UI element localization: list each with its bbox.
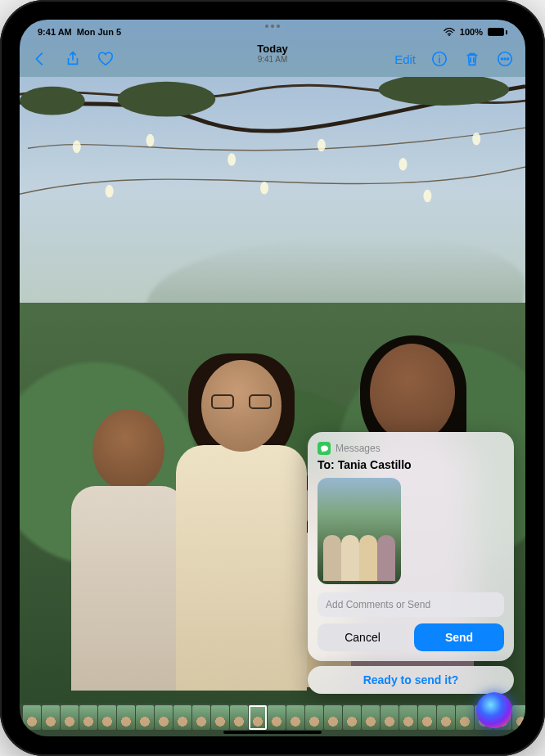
status-time: 9:41 AM	[38, 27, 72, 37]
thumbnail[interactable]	[305, 705, 323, 730]
thumbnail[interactable]	[173, 705, 191, 730]
nav-title: Today	[257, 43, 287, 55]
battery-percent: 100%	[460, 27, 483, 37]
siri-photo-preview	[318, 478, 401, 584]
thumbnail[interactable]	[437, 705, 455, 730]
thumbnail[interactable]	[136, 705, 154, 730]
svg-point-5	[507, 58, 509, 60]
thumbnail[interactable]	[418, 705, 436, 730]
siri-recipient-line: To: Tania Castillo	[318, 458, 504, 471]
share-button[interactable]	[64, 50, 82, 68]
ipad-frame: 9:41 AM Mon Jun 5 100%	[0, 0, 545, 756]
battery-icon	[488, 28, 507, 36]
edit-button[interactable]: Edit	[394, 52, 416, 66]
status-date: Mon Jun 5	[77, 27, 121, 37]
thumbnail[interactable]	[42, 705, 60, 730]
screen: 9:41 AM Mon Jun 5 100%	[20, 20, 525, 736]
delete-button[interactable]	[463, 50, 481, 68]
thumbnail[interactable]	[79, 705, 97, 730]
thumbnail[interactable]	[324, 705, 342, 730]
siri-confirm-text: Ready to send it?	[363, 673, 459, 686]
back-button[interactable]	[31, 50, 49, 68]
thumbnail[interactable]	[399, 705, 417, 730]
siri-comment-input[interactable]: Add Comments or Send	[318, 592, 504, 617]
thumbnail[interactable]	[23, 705, 41, 730]
thumbnail[interactable]	[362, 705, 380, 730]
nav-subtitle: 9:41 AM	[257, 55, 287, 64]
messages-app-icon	[318, 442, 331, 455]
nav-title-group: Today 9:41 AM	[257, 43, 287, 64]
siri-input-placeholder: Add Comments or Send	[326, 599, 430, 610]
thumbnail[interactable]	[117, 705, 135, 730]
svg-point-3	[501, 58, 502, 60]
thumbnail[interactable]	[155, 705, 173, 730]
siri-orb[interactable]	[476, 692, 512, 728]
siri-messages-card: Messages To: Tania Castillo Add Comments…	[308, 432, 514, 661]
thumbnail[interactable]	[61, 705, 79, 730]
thumbnail-selected[interactable]	[249, 705, 267, 730]
multitask-indicator[interactable]	[263, 25, 282, 28]
siri-to-prefix: To:	[318, 458, 335, 471]
nav-bar: Today 9:41 AM Edit	[20, 41, 525, 77]
thumbnail[interactable]	[286, 705, 304, 730]
thumbnail[interactable]	[211, 705, 229, 730]
thumbnail[interactable]	[192, 705, 210, 730]
thumbnail[interactable]	[381, 705, 399, 730]
wifi-icon	[444, 28, 455, 36]
favorite-button[interactable]	[97, 50, 115, 68]
thumbnail[interactable]	[268, 705, 286, 730]
thumbnail-strip[interactable]	[20, 705, 525, 730]
svg-point-4	[504, 58, 506, 60]
thumbnail[interactable]	[230, 705, 248, 730]
thumbnail[interactable]	[512, 705, 525, 730]
thumbnail[interactable]	[456, 705, 474, 730]
more-button[interactable]	[496, 50, 514, 68]
thumbnail[interactable]	[343, 705, 361, 730]
thumbnail[interactable]	[98, 705, 116, 730]
status-bar: 9:41 AM Mon Jun 5 100%	[20, 20, 525, 36]
siri-recipient: Tania Castillo	[338, 458, 412, 471]
cancel-button[interactable]: Cancel	[318, 623, 408, 651]
siri-app-label: Messages	[336, 443, 381, 454]
info-button[interactable]	[430, 50, 448, 68]
svg-point-0	[448, 34, 450, 36]
send-button[interactable]: Send	[414, 623, 504, 651]
siri-card-header: Messages	[318, 442, 504, 455]
siri-confirm-pill[interactable]: Ready to send it?	[308, 666, 514, 694]
home-indicator[interactable]	[223, 731, 322, 734]
